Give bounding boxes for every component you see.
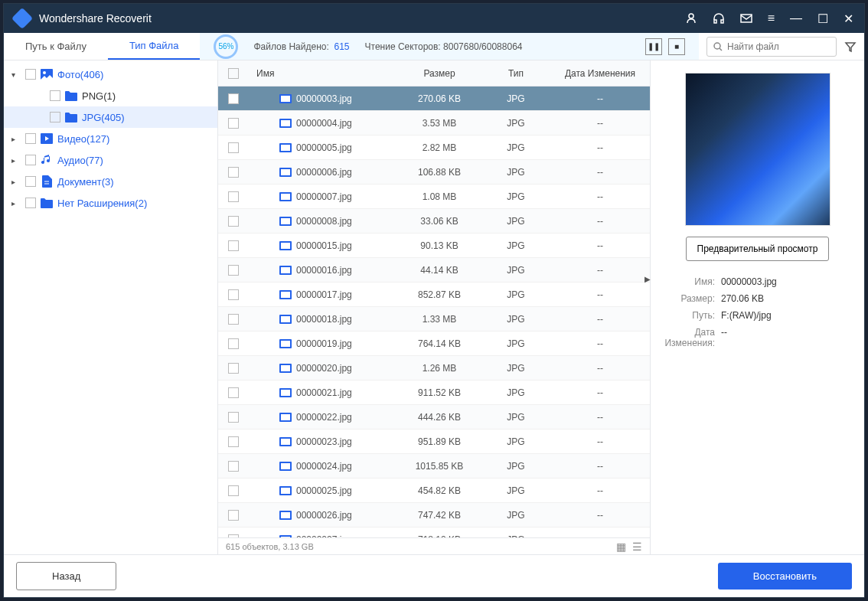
file-name: 00000023.jpg — [296, 436, 352, 447]
row-checkbox[interactable] — [228, 412, 239, 423]
tree-item-2[interactable]: JPG(405) — [4, 106, 217, 128]
row-checkbox[interactable] — [228, 436, 239, 447]
tree-checkbox[interactable] — [50, 112, 60, 122]
table-row[interactable]: 00000026.jpg747.42 KBJPG-- — [218, 503, 650, 528]
file-type: JPG — [481, 118, 550, 129]
file-name: 00000017.jpg — [296, 289, 352, 300]
table-row[interactable]: 00000024.jpg1015.85 KBJPG-- — [218, 454, 650, 479]
pause-button[interactable]: ❚❚ — [645, 38, 662, 55]
table-row[interactable]: 00000017.jpg852.87 KBJPG-- — [218, 283, 650, 307]
select-all-checkbox[interactable] — [228, 68, 239, 79]
window-title: Wondershare Recoverit — [39, 12, 685, 24]
stop-button[interactable]: ■ — [668, 38, 685, 55]
table-row[interactable]: 00000004.jpg3.53 MBJPG-- — [218, 111, 650, 136]
row-checkbox[interactable] — [228, 142, 239, 153]
table-row[interactable]: 00000027.jpg718.10 KBJPG-- — [218, 528, 650, 537]
filter-icon[interactable] — [844, 41, 857, 53]
col-type[interactable]: Тип — [481, 68, 550, 79]
back-button[interactable]: Назад — [16, 562, 116, 590]
file-date: -- — [550, 93, 650, 104]
search-box[interactable] — [706, 37, 837, 57]
tree-checkbox[interactable] — [25, 69, 36, 80]
file-icon — [279, 290, 292, 299]
file-name: 00000007.jpg — [296, 191, 352, 202]
tree-label: JPG(405) — [82, 112, 125, 123]
row-checkbox[interactable] — [228, 93, 239, 104]
svg-point-4 — [714, 43, 720, 49]
row-checkbox[interactable] — [228, 265, 239, 276]
tree-label: Аудио(77) — [57, 155, 103, 166]
file-size: 747.42 KB — [397, 510, 481, 521]
row-checkbox[interactable] — [228, 485, 239, 496]
table-row[interactable]: 00000020.jpg1.26 MBJPG-- — [218, 356, 650, 381]
col-size[interactable]: Размер — [397, 68, 481, 79]
tree-item-0[interactable]: ▾Фото(406) — [4, 64, 217, 85]
expand-icon[interactable]: ▶ — [644, 275, 651, 283]
tree-checkbox[interactable] — [25, 198, 36, 208]
row-checkbox[interactable] — [228, 289, 239, 300]
file-date: -- — [550, 167, 650, 178]
tree-checkbox[interactable] — [50, 90, 60, 101]
file-date: -- — [550, 118, 650, 129]
maximize-icon[interactable]: ☐ — [817, 11, 828, 26]
table-row[interactable]: 00000021.jpg911.52 KBJPG-- — [218, 381, 650, 405]
tab-filetype[interactable]: Тип Файла — [108, 33, 200, 60]
file-size: 764.14 KB — [397, 338, 481, 349]
user-icon[interactable] — [685, 12, 697, 24]
table-row[interactable]: 00000015.jpg90.13 KBJPG-- — [218, 234, 650, 258]
tree-checkbox[interactable] — [25, 133, 36, 144]
list-view-icon[interactable]: ☰ — [632, 541, 642, 553]
row-checkbox[interactable] — [228, 338, 239, 349]
row-checkbox[interactable] — [228, 216, 239, 227]
tab-path[interactable]: Путь к Файлу — [4, 33, 108, 60]
row-checkbox[interactable] — [228, 240, 239, 251]
svg-point-0 — [689, 14, 693, 18]
col-date[interactable]: Дата Изменения — [550, 68, 650, 79]
menu-icon[interactable]: ≡ — [768, 11, 775, 25]
table-row[interactable]: 00000003.jpg270.06 KBJPG-- — [218, 87, 650, 111]
row-checkbox[interactable] — [228, 191, 239, 202]
tree-checkbox[interactable] — [25, 176, 36, 187]
row-checkbox[interactable] — [228, 363, 239, 374]
table-row[interactable]: 00000008.jpg33.06 KBJPG-- — [218, 209, 650, 234]
tree-item-6[interactable]: ▸Нет Расширения(2) — [4, 192, 217, 214]
tree-item-3[interactable]: ▸Видео(127) — [4, 128, 217, 149]
tree-item-5[interactable]: ▸Документ(3) — [4, 171, 217, 192]
tree-item-4[interactable]: ▸Аудио(77) — [4, 149, 217, 171]
file-size: 444.26 KB — [397, 412, 481, 423]
row-checkbox[interactable] — [228, 118, 239, 129]
headphone-icon[interactable] — [713, 12, 725, 24]
tree-checkbox[interactable] — [25, 155, 36, 165]
row-checkbox[interactable] — [228, 510, 239, 521]
restore-button[interactable]: Восстановить — [718, 563, 852, 590]
file-icon — [279, 241, 292, 250]
col-name[interactable]: Имя — [249, 68, 397, 79]
svg-rect-2 — [721, 20, 723, 23]
table-row[interactable]: 00000022.jpg444.26 KBJPG-- — [218, 405, 650, 430]
meta-size-key: Размер: — [663, 293, 721, 304]
table-row[interactable]: 00000016.jpg44.14 KBJPG-- — [218, 258, 650, 283]
preview-button[interactable]: Предварительный просмотр — [686, 237, 830, 261]
file-name: 00000025.jpg — [296, 485, 352, 496]
table-row[interactable]: 00000006.jpg106.88 KBJPG-- — [218, 160, 650, 185]
file-size: 1.33 MB — [397, 314, 481, 325]
table-row[interactable]: 00000025.jpg454.82 KBJPG-- — [218, 479, 650, 503]
table-row[interactable]: 00000023.jpg951.89 KBJPG-- — [218, 430, 650, 454]
close-icon[interactable]: ✕ — [844, 11, 853, 26]
table-row[interactable]: 00000019.jpg764.14 KBJPG-- — [218, 332, 650, 356]
table-row[interactable]: 00000018.jpg1.33 MBJPG-- — [218, 307, 650, 332]
grid-view-icon[interactable]: ▦ — [616, 541, 626, 553]
mail-icon[interactable] — [740, 12, 752, 24]
file-size: 911.52 KB — [397, 387, 481, 398]
minimize-icon[interactable]: — — [790, 11, 802, 25]
table-row[interactable]: 00000005.jpg2.82 MBJPG-- — [218, 136, 650, 160]
file-date: -- — [550, 412, 650, 423]
tree-item-1[interactable]: PNG(1) — [4, 85, 217, 106]
row-checkbox[interactable] — [228, 461, 239, 472]
row-checkbox[interactable] — [228, 314, 239, 325]
row-checkbox[interactable] — [228, 167, 239, 178]
tree-label: Документ(3) — [57, 176, 114, 188]
table-row[interactable]: 00000007.jpg1.08 MBJPG-- — [218, 185, 650, 209]
search-input[interactable] — [727, 41, 830, 52]
row-checkbox[interactable] — [228, 387, 239, 398]
